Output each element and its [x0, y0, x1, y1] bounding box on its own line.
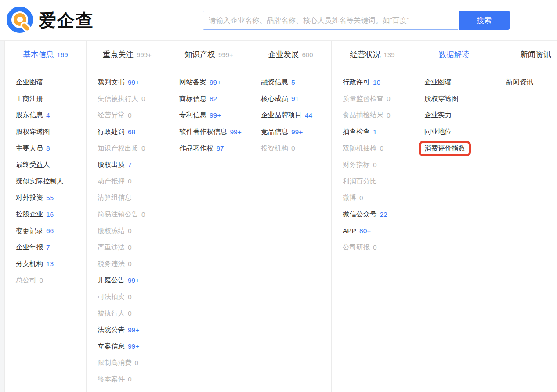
- menu-item[interactable]: 主要人员8: [16, 140, 86, 157]
- menu-item[interactable]: 总公司0: [16, 272, 86, 289]
- menu-item[interactable]: 消费评价指数: [424, 140, 495, 157]
- menu-item[interactable]: 对外投资55: [16, 190, 86, 206]
- menu-item[interactable]: 网站备案99+: [179, 74, 250, 91]
- menu-item[interactable]: 企业品牌项目44: [261, 107, 331, 124]
- tab-3[interactable]: 企业发展600: [250, 41, 332, 68]
- menu-item[interactable]: 财务指标0: [343, 157, 413, 173]
- menu-item-label: 终本案件: [98, 375, 125, 384]
- menu-item-count: 0: [141, 211, 145, 219]
- menu-item[interactable]: 微信公众号22: [343, 206, 413, 223]
- menu-item-count: 44: [305, 111, 312, 119]
- menu-item[interactable]: 工商注册: [16, 91, 86, 108]
- menu-item[interactable]: 企业图谱: [16, 74, 86, 91]
- menu-item-count: 16: [46, 211, 54, 219]
- menu-item[interactable]: 被执行人0: [98, 305, 168, 322]
- menu-item[interactable]: 经营异常0: [98, 107, 168, 124]
- menu-item-label: 核心成员: [261, 94, 288, 104]
- tab-6[interactable]: 新闻资讯: [495, 41, 557, 68]
- menu-item-count: 0: [291, 144, 295, 152]
- menu-item-count: 7: [46, 244, 50, 252]
- top-header: 爱企查 搜索: [0, 0, 557, 41]
- menu-column-0: 企业图谱工商注册股东信息4股权穿透图主要人员8最终受益人疑似实际控制人对外投资5…: [5, 68, 87, 392]
- tab-label: 新闻资讯: [521, 49, 551, 60]
- menu-item-count: 0: [128, 244, 132, 252]
- menu-item[interactable]: 立案信息99+: [98, 338, 168, 355]
- menu-item-count: 0: [128, 375, 132, 383]
- menu-item[interactable]: 融资信息5: [261, 74, 331, 91]
- menu-item[interactable]: 企业图谱: [424, 74, 495, 91]
- menu-item[interactable]: 软件著作权信息99+: [179, 124, 250, 140]
- mega-menu-panel: 基本信息169重点关注999+知识产权999+企业发展600经营状况139数据解…: [4, 41, 557, 392]
- menu-item-label: 微博: [343, 193, 356, 202]
- menu-item[interactable]: 核心成员91: [261, 91, 331, 108]
- menu-item[interactable]: 法院公告99+: [98, 322, 168, 338]
- menu-item[interactable]: 知识产权出质0: [98, 140, 168, 157]
- menu-item[interactable]: 公司研报0: [343, 239, 413, 256]
- menu-item[interactable]: 失信被执行人0: [98, 91, 168, 108]
- menu-item[interactable]: 股权冻结0: [98, 223, 168, 239]
- menu-item[interactable]: 双随机抽检0: [343, 140, 413, 157]
- menu-item[interactable]: 抽查检查1: [343, 124, 413, 140]
- aiqicha-logo-icon: [6, 6, 34, 34]
- aiqicha-logo[interactable]: 爱企查: [6, 6, 94, 34]
- search-button[interactable]: 搜索: [459, 11, 510, 30]
- menu-item[interactable]: 商标信息82: [179, 91, 250, 108]
- menu-item-label: 立案信息: [98, 342, 125, 351]
- menu-item-label: 总公司: [16, 276, 36, 285]
- menu-item[interactable]: 税务违法0: [98, 256, 168, 273]
- menu-item[interactable]: 控股企业16: [16, 206, 86, 223]
- menu-item[interactable]: 清算组信息: [98, 190, 168, 206]
- menu-item[interactable]: 股东信息4: [16, 107, 86, 124]
- menu-item-count: 0: [380, 144, 384, 152]
- menu-item-count: 4: [46, 111, 50, 119]
- tab-2[interactable]: 知识产权999+: [168, 41, 250, 68]
- menu-item[interactable]: 严重违法0: [98, 239, 168, 256]
- search-input[interactable]: [203, 11, 458, 30]
- menu-item[interactable]: 开庭公告99+: [98, 272, 168, 289]
- menu-item[interactable]: 同业地位: [424, 124, 495, 140]
- menu-item[interactable]: 变更记录66: [16, 223, 86, 239]
- menu-columns: 企业图谱工商注册股东信息4股权穿透图主要人员8最终受益人疑似实际控制人对外投资5…: [5, 68, 557, 392]
- menu-item-label: 工商注册: [16, 94, 43, 104]
- menu-item[interactable]: APP80+: [343, 223, 413, 239]
- tab-label: 经营状况: [350, 49, 380, 60]
- menu-item[interactable]: 质量监督检查0: [343, 91, 413, 108]
- tab-0[interactable]: 基本信息169: [5, 41, 87, 68]
- tab-label: 知识产权: [184, 49, 215, 60]
- menu-column-4: 行政许可10质量监督检查0食品抽检结果0抽查检查1双随机抽检0财务指标0利润百分…: [332, 68, 413, 392]
- menu-item[interactable]: 利润百分比: [343, 173, 413, 190]
- menu-item[interactable]: 投资机构0: [261, 140, 331, 157]
- menu-item[interactable]: 股权穿透图: [16, 124, 86, 140]
- menu-item-label: 清算组信息: [98, 193, 132, 202]
- menu-item[interactable]: 食品抽检结果0: [343, 107, 413, 124]
- menu-item[interactable]: 行政处罚68: [98, 124, 168, 140]
- menu-item[interactable]: 最终受益人: [16, 157, 86, 173]
- menu-item[interactable]: 专利信息99+: [179, 107, 250, 124]
- menu-item-label: 对外投资: [16, 193, 43, 202]
- menu-item[interactable]: 股权出质7: [98, 157, 168, 173]
- menu-item-label: 股权出质: [98, 160, 125, 169]
- menu-item[interactable]: 新闻资讯: [506, 74, 557, 91]
- menu-item[interactable]: 微博0: [343, 190, 413, 206]
- menu-item[interactable]: 裁判文书99+: [98, 74, 168, 91]
- menu-item[interactable]: 疑似实际控制人: [16, 173, 86, 190]
- menu-item[interactable]: 限制高消费0: [98, 355, 168, 371]
- menu-item[interactable]: 司法拍卖0: [98, 289, 168, 306]
- menu-item[interactable]: 作品著作权87: [179, 140, 250, 157]
- menu-item[interactable]: 行政许可10: [343, 74, 413, 91]
- menu-item-label: 限制高消费: [98, 358, 132, 367]
- menu-item-count: 10: [373, 79, 380, 86]
- tab-4[interactable]: 经营状况139: [332, 41, 413, 68]
- menu-item[interactable]: 分支机构13: [16, 256, 86, 273]
- menu-item[interactable]: 股权穿透图: [424, 91, 495, 108]
- menu-item[interactable]: 简易注销公告0: [98, 206, 168, 223]
- tab-1[interactable]: 重点关注999+: [87, 41, 168, 68]
- menu-item-count: 1: [373, 128, 377, 136]
- menu-item[interactable]: 竞品信息99+: [261, 124, 331, 140]
- menu-item-label: 软件著作权信息: [179, 127, 227, 137]
- menu-item[interactable]: 企业年报7: [16, 239, 86, 256]
- tab-5[interactable]: 数据解读: [413, 41, 495, 68]
- menu-item[interactable]: 动产抵押0: [98, 173, 168, 190]
- menu-item[interactable]: 终本案件0: [98, 371, 168, 388]
- menu-item[interactable]: 企业实力: [424, 107, 495, 124]
